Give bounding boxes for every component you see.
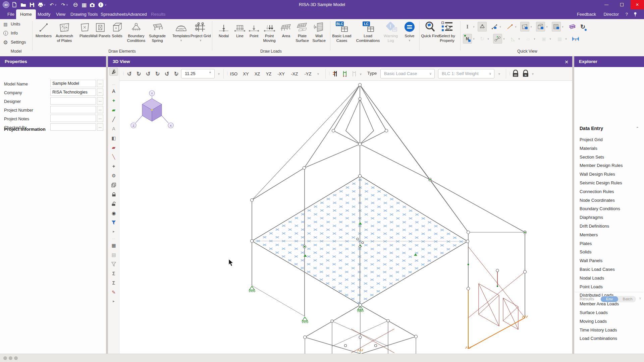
automesh-of-plates-button[interactable]: Automesh of Plates <box>54 20 75 49</box>
qv-plates-toggle-dropdown-icon[interactable]: ∨ <box>534 38 535 40</box>
project-grid-button[interactable]: Project Grid∨ <box>190 20 211 49</box>
view-minus-yz-button[interactable]: -YZ <box>302 69 314 79</box>
load-type-combo[interactable]: Basic Load Case∨ <box>380 69 435 78</box>
show-loads-button[interactable] <box>331 69 339 79</box>
qv-member-ends-button[interactable] <box>493 34 502 44</box>
delete-member-tool[interactable]: ╲ <box>109 153 118 161</box>
data-entry-item-connection-rules[interactable]: Connection Rules <box>580 187 643 196</box>
qv-plate-corner-dropdown-icon[interactable]: ∨ <box>518 38 520 40</box>
project-number-browse-button[interactable]: ... <box>97 106 103 113</box>
data-entry-item-moving-loads[interactable]: Moving Loads <box>580 317 643 326</box>
solve-button[interactable]: Solve∨ <box>399 20 420 49</box>
warning-log-button[interactable]: !Warning Log <box>380 20 401 49</box>
wall-surface-load-button[interactable]: Wall Surface <box>309 20 329 49</box>
qv-solid-labels-button[interactable] <box>536 22 545 32</box>
load-combinations-button[interactable]: LCLoad Combinations <box>358 20 378 49</box>
strip-expand2-icon[interactable]: ▸ <box>109 297 118 305</box>
info-button[interactable]: iInfo <box>3 31 18 36</box>
menu-results[interactable]: Results <box>147 9 169 19</box>
data-entry-item-point-loads[interactable]: Point Loads <box>580 283 643 291</box>
show-load-panels-button[interactable] <box>350 69 358 79</box>
wrench-tool[interactable] <box>109 68 118 76</box>
qv-walls-toggle-button[interactable]: ▩ <box>555 34 564 44</box>
sum-tool[interactable]: Σ <box>109 269 118 278</box>
view-minus-xz-button[interactable]: -XZ <box>288 69 301 79</box>
model-name-field[interactable]: Sample Model <box>50 80 96 87</box>
qv-member-shape-button[interactable]: I <box>463 22 472 32</box>
annotate-results-tool[interactable]: ✎ <box>109 288 118 296</box>
sum-detail-tool[interactable]: Σ <box>109 279 118 287</box>
subgrade-spring-button[interactable]: Subgrade Spring <box>147 20 168 49</box>
blc-combo[interactable]: BLC 1: Self Weight∨ <box>438 69 494 78</box>
qv-plate-labels-button[interactable] <box>520 22 529 32</box>
templates-dropdown-icon[interactable]: ∨ <box>180 39 182 42</box>
qv-walls-toggle-dropdown-icon[interactable]: ∨ <box>565 38 567 40</box>
rotate-plus-x-button[interactable]: ↺+X <box>125 69 134 79</box>
rotation-angle-input[interactable]: 11.25° <box>181 69 215 78</box>
qv-member-labels-button[interactable] <box>490 22 499 32</box>
plate-node-tool[interactable]: ◧ <box>109 134 118 142</box>
results-batch-option[interactable]: Batch <box>623 296 633 302</box>
project-notes-field[interactable] <box>50 115 96 122</box>
visibility-tool[interactable]: ◉ <box>109 209 118 217</box>
qv-plates-toggle-button[interactable]: ▱ <box>524 34 533 44</box>
image-tool[interactable]: ▤ <box>109 251 118 259</box>
checked-by-field[interactable] <box>50 123 96 131</box>
basic-load-cases-button[interactable]: BLCBasic Load Cases <box>331 20 352 49</box>
rotate-minus-y-button[interactable]: ↻-Y <box>153 69 162 79</box>
load-display-dropdown-icon[interactable]: ∨ <box>360 72 362 76</box>
pin-icon[interactable] <box>633 9 637 19</box>
qv-solids-toggle-dropdown-icon[interactable]: ∨ <box>549 38 551 40</box>
draw-node-tool[interactable]: + <box>109 97 118 105</box>
qv-boundary-button[interactable] <box>478 22 487 32</box>
data-entry-item-seismic-design-rules[interactable]: Seismic Design Rules <box>580 179 643 187</box>
view-xz-button[interactable]: XZ <box>252 69 262 79</box>
data-entry-item-solids[interactable]: Solids <box>580 248 643 256</box>
menu-feedback[interactable]: Feedback <box>577 9 596 19</box>
minimize-button[interactable]: — <box>600 0 613 9</box>
data-entry-item-materials[interactable]: Materials <box>580 144 643 153</box>
draw-member-tool[interactable]: ╱ <box>109 115 118 123</box>
qv-solids-toggle-button[interactable]: ▣ <box>539 34 548 44</box>
qv-member-ends-dropdown-icon[interactable]: ∨ <box>503 38 505 40</box>
company-field[interactable]: RISA Technologies <box>50 88 96 96</box>
select-by-property-button[interactable]: Select by Property <box>435 20 459 49</box>
rotate-minus-x-button[interactable]: ↻-X <box>134 69 143 79</box>
data-entry-item-section-sets[interactable]: Section Sets <box>580 153 643 162</box>
help-icon[interactable]: ? <box>626 9 628 19</box>
qv-refresh-view-button[interactable]: ↻ <box>578 22 587 32</box>
results-collapse-icon[interactable]: ∨ <box>639 296 641 300</box>
data-entry-item-drift-definitions[interactable]: Drift Definitions <box>580 222 643 231</box>
angle-dropdown-icon[interactable]: ▼ <box>217 72 220 76</box>
blc-dropdown-icon[interactable]: ▼ <box>498 72 501 76</box>
data-entry-item-member-design-rules[interactable]: Member Design Rules <box>580 161 643 170</box>
qv-member-labels-dropdown-icon[interactable]: ∨ <box>499 25 501 28</box>
view-minus-xy-button[interactable]: -XY <box>275 69 287 79</box>
data-entry-collapse-icon[interactable]: ⌃ <box>636 126 639 130</box>
annotate-tool[interactable]: A <box>109 87 118 95</box>
lock-selection-tool[interactable] <box>109 190 118 198</box>
results-env-option[interactable]: Env <box>601 296 618 302</box>
menu-director[interactable]: Director <box>603 9 619 19</box>
view-xy-button[interactable]: XY <box>241 69 251 79</box>
spreadsheet-tool[interactable]: ▦ <box>109 241 118 249</box>
data-entry-item-wall-panels[interactable]: Wall Panels <box>580 256 643 265</box>
data-entry-item-diaphragms[interactable]: Diaphragms <box>580 213 643 222</box>
data-entry-item-plates[interactable]: Plates <box>580 239 643 248</box>
move-tool[interactable]: + <box>109 162 118 170</box>
solve-dropdown-icon[interactable]: ∨ <box>409 39 411 42</box>
company-browse-button[interactable]: ... <box>97 88 103 96</box>
data-entry-item-wall-design-rules[interactable]: Wall Design Rules <box>580 170 643 179</box>
filter-results-tool[interactable] <box>109 260 118 268</box>
show-load-values-button[interactable] <box>341 69 349 79</box>
view-orientation-cube[interactable]: Y X Z <box>131 90 173 128</box>
rotate-plus-y-button[interactable]: ↺+Y <box>144 69 153 79</box>
project-number-field[interactable] <box>50 106 96 113</box>
lock-dropdown-icon[interactable]: ▼ <box>531 72 534 76</box>
qv-rotate-button[interactable]: ↻ <box>478 34 487 44</box>
qv-member-color-dropdown-icon[interactable]: ∨ <box>515 25 517 28</box>
designer-field[interactable] <box>50 97 96 105</box>
menu-modify[interactable]: Modify <box>34 9 54 19</box>
copy-tool[interactable] <box>109 181 118 189</box>
units-button[interactable]: ▤Units <box>3 21 20 27</box>
